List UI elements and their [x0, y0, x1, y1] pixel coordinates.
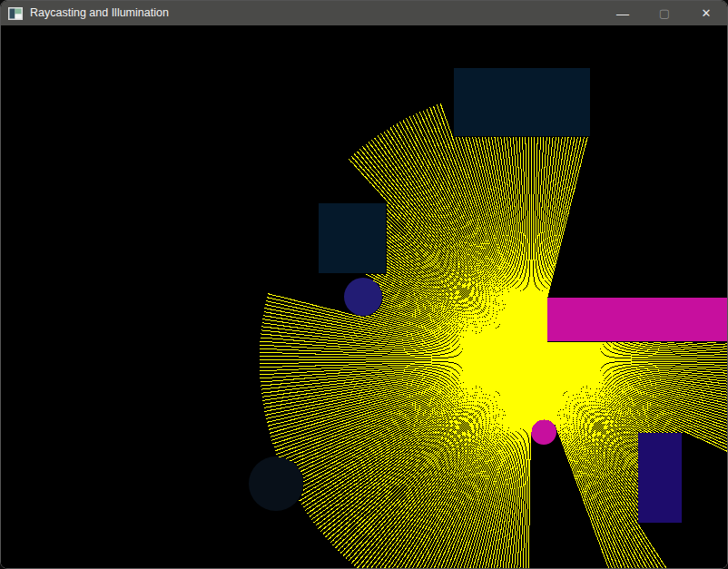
- minimize-icon: —: [616, 6, 629, 21]
- content-area: [1, 25, 727, 569]
- caption-buttons: — ▢ ✕: [602, 1, 727, 25]
- window: Raycasting and Illumination — ▢ ✕: [0, 0, 728, 569]
- maximize-icon: ▢: [659, 6, 670, 20]
- minimize-button[interactable]: —: [602, 1, 644, 25]
- titlebar[interactable]: Raycasting and Illumination — ▢ ✕: [1, 1, 727, 25]
- maximize-button[interactable]: ▢: [644, 1, 685, 25]
- app-icon: [8, 6, 23, 21]
- close-button[interactable]: ✕: [685, 1, 727, 25]
- close-icon: ✕: [702, 6, 712, 20]
- window-title: Raycasting and Illumination: [30, 1, 602, 25]
- raycast-canvas[interactable]: [1, 25, 727, 569]
